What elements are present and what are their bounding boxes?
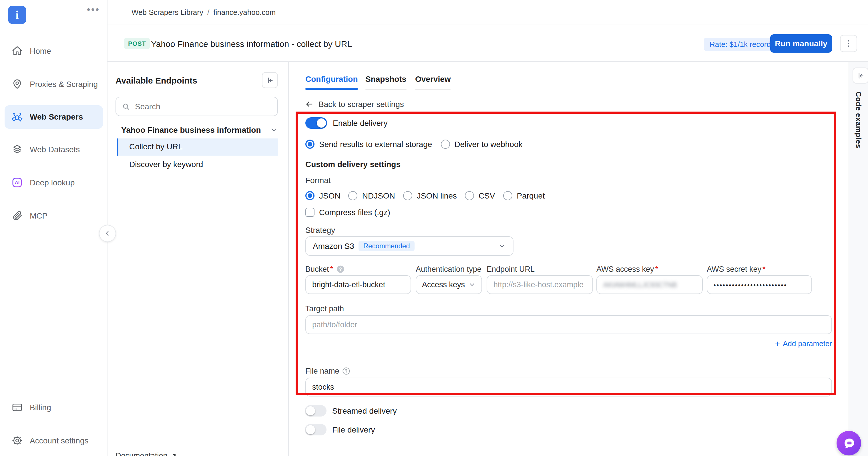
file-name-input[interactable] <box>305 378 832 397</box>
panel-collapse-button[interactable] <box>262 72 278 88</box>
documentation-link[interactable]: Documentation <box>116 451 177 456</box>
back-link-label: Back to scraper settings <box>318 99 404 109</box>
format-option-json-lines[interactable]: JSON lines <box>403 191 457 200</box>
format-option-ndjson[interactable]: NDJSON <box>348 191 395 200</box>
auth-type-select[interactable]: Access keys <box>416 275 482 294</box>
aws-secret-key-input[interactable] <box>707 275 812 294</box>
add-parameter-link[interactable]: + Add parameter <box>741 339 832 348</box>
sidebar-item-label: Account settings <box>30 429 88 452</box>
sidebar-item-billing[interactable]: Billing <box>5 396 103 419</box>
tab-snapshots[interactable]: Snapshots <box>365 75 406 90</box>
code-examples-tab[interactable]: Code examples <box>854 91 863 148</box>
add-parameter-label: Add parameter <box>783 339 832 348</box>
target-path-input[interactable] <box>305 315 832 334</box>
auth-type-value: Access keys <box>422 280 465 289</box>
radio-icon[interactable] <box>465 191 474 200</box>
svg-text:?: ? <box>339 267 342 272</box>
auth-type-label: Authentication type <box>416 265 482 274</box>
format-option-parquet[interactable]: Parquet <box>503 191 545 200</box>
endpoint-item-discover-by-keyword[interactable]: Discover by keyword <box>129 160 203 169</box>
run-manually-label: Run manually <box>775 39 828 48</box>
radio-label: Send results to external storage <box>319 140 432 149</box>
radio-selected-icon[interactable] <box>305 191 314 200</box>
file-delivery-toggle[interactable] <box>305 424 327 435</box>
sidebar-item-proxies-scraping[interactable]: Proxies & Scraping <box>5 73 103 95</box>
endpoint-group-header[interactable]: Yahoo Finance business information <box>121 125 278 135</box>
recommended-badge: Recommended <box>359 241 414 251</box>
format-label: Format <box>305 176 331 185</box>
breadcrumb-separator: / <box>207 8 209 17</box>
brand-logo-letter: i <box>16 9 19 21</box>
checkbox-icon[interactable] <box>305 208 314 217</box>
run-manually-button[interactable]: Run manually <box>770 34 832 53</box>
sidebar-item-web-datasets[interactable]: Web Datasets <box>5 138 103 161</box>
streamed-delivery-label: Streamed delivery <box>332 406 397 416</box>
app-root: i ••• Home Proxies & Scraping <box>0 0 868 456</box>
destination-options: Send results to external storage Deliver… <box>305 140 522 149</box>
radio-icon[interactable] <box>348 191 358 200</box>
radio-icon[interactable] <box>503 191 512 200</box>
search-icon <box>122 102 130 111</box>
radio-selected-icon[interactable] <box>305 140 314 149</box>
endpoint-item-label: Collect by URL <box>129 142 183 151</box>
sidebar-more-icon[interactable]: ••• <box>87 5 100 15</box>
radio-label: JSON <box>319 191 341 200</box>
selected-indicator-bar <box>117 139 118 155</box>
sidebar-item-label: Web Datasets <box>30 138 80 161</box>
aws-access-key-input[interactable]: AKIAW4MLLJC93CTNB <box>596 275 703 294</box>
endpoint-url-label: Endpoint URL <box>487 265 535 274</box>
endpoint-item-collect-by-url[interactable]: Collect by URL <box>117 139 278 155</box>
sidebar-item-mcp[interactable]: MCP <box>5 204 103 227</box>
sidebar-item-home[interactable]: Home <box>5 39 103 62</box>
blurred-access-key-value: AKIAW4MLLJC93CTNB <box>603 281 677 289</box>
home-icon <box>11 45 23 57</box>
sidebar-collapse-button[interactable] <box>99 225 116 242</box>
streamed-delivery-toggle[interactable] <box>305 405 327 417</box>
enable-delivery-label: Enable delivery <box>333 118 388 127</box>
radio-label: CSV <box>478 191 495 200</box>
radio-label: NDJSON <box>362 191 395 200</box>
destination-option-webhook[interactable]: Deliver to webhook <box>441 140 522 149</box>
sidebar: i ••• Home Proxies & Scraping <box>0 0 107 456</box>
tab-configuration[interactable]: Configuration <box>305 75 358 90</box>
format-option-json[interactable]: JSON <box>305 191 341 200</box>
page-title: Yahoo Finance business information - col… <box>151 39 352 49</box>
sidebar-item-label: Proxies & Scraping <box>30 73 98 95</box>
chat-bubble-icon <box>842 436 856 450</box>
bucket-input[interactable] <box>305 275 411 294</box>
chat-widget-button[interactable] <box>837 431 861 455</box>
inactive-tab-underline <box>415 89 451 90</box>
spider-icon <box>11 112 23 123</box>
external-link-icon <box>170 452 177 456</box>
radio-icon[interactable] <box>441 140 450 149</box>
breadcrumb-parent-link[interactable]: Web Scrapers Library <box>131 8 203 17</box>
sidebar-item-web-scrapers[interactable]: Web Scrapers <box>5 105 103 129</box>
brand-logo[interactable]: i <box>8 6 26 24</box>
endpoint-url-input[interactable] <box>487 275 593 294</box>
destination-option-external-storage[interactable]: Send results to external storage <box>305 140 432 149</box>
chevron-down-icon <box>270 126 278 134</box>
collapse-left-icon <box>856 71 865 80</box>
back-link[interactable]: Back to scraper settings <box>305 99 404 109</box>
more-actions-button[interactable] <box>840 35 857 52</box>
file-delivery-label: File delivery <box>332 425 375 434</box>
format-option-csv[interactable]: CSV <box>465 191 495 200</box>
strategy-select[interactable]: Amazon S3 Recommended <box>305 236 514 256</box>
rate-badge[interactable]: Rate: $1/1k records <box>704 38 780 51</box>
question-circle-icon[interactable]: ? <box>336 265 344 274</box>
question-circle-icon[interactable] <box>342 367 351 375</box>
enable-delivery-row: Enable delivery <box>305 117 388 129</box>
rail-expand-button[interactable] <box>852 67 868 84</box>
sidebar-item-account-settings[interactable]: Account settings <box>5 429 103 452</box>
sidebar-item-deep-lookup[interactable]: AI Deep lookup <box>5 171 103 194</box>
compress-files-row[interactable]: Compress files (.gz) <box>305 208 390 217</box>
enable-delivery-toggle[interactable] <box>305 117 327 129</box>
svg-text:AI: AI <box>15 180 20 186</box>
required-asterisk: * <box>330 265 333 274</box>
radio-label: Deliver to webhook <box>454 140 522 149</box>
search-input[interactable] <box>135 102 272 111</box>
gear-icon <box>11 435 23 446</box>
radio-icon[interactable] <box>403 191 412 200</box>
tab-overview[interactable]: Overview <box>415 75 451 90</box>
chevron-down-icon <box>468 281 476 288</box>
